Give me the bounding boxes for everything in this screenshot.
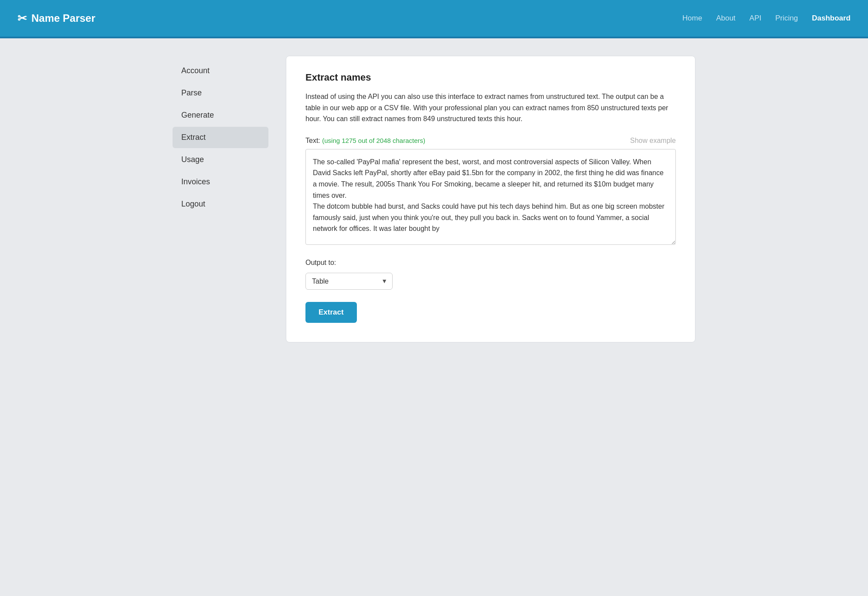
text-input[interactable] — [305, 149, 676, 245]
text-label: Text: — [305, 137, 322, 144]
sidebar-item-account[interactable]: Account — [173, 60, 268, 81]
output-label: Output to: — [305, 259, 676, 267]
text-counter: (using 1275 out of 2048 characters) — [322, 137, 425, 144]
text-label-group: Text: (using 1275 out of 2048 characters… — [305, 137, 425, 145]
nav-item-dashboard[interactable]: Dashboard — [812, 14, 851, 23]
nav-item-about[interactable]: About — [716, 14, 735, 23]
content-card: Extract names Instead of using the API y… — [286, 56, 695, 342]
nav-item-pricing[interactable]: Pricing — [775, 14, 798, 23]
sidebar-item-invoices[interactable]: Invoices — [173, 171, 268, 193]
main-layout: Account Parse Generate Extract Usage Inv… — [146, 38, 722, 360]
output-select-wrapper: Table CSV ▼ — [305, 273, 393, 290]
card-description: Instead of using the API you can also us… — [305, 91, 676, 125]
text-label-row: Text: (using 1275 out of 2048 characters… — [305, 137, 676, 145]
sidebar-item-parse[interactable]: Parse — [173, 82, 268, 104]
logo-text: Name Parser — [31, 12, 95, 24]
card-title: Extract names — [305, 72, 676, 83]
header: ✂ Name Parser Home About API Pricing Das… — [0, 0, 868, 37]
nav-item-api[interactable]: API — [749, 14, 761, 23]
sidebar: Account Parse Generate Extract Usage Inv… — [173, 56, 268, 342]
sidebar-item-usage[interactable]: Usage — [173, 149, 268, 170]
show-example-link[interactable]: Show example — [630, 137, 676, 145]
nav-item-home[interactable]: Home — [682, 14, 702, 23]
scissors-icon: ✂ — [17, 12, 27, 25]
sidebar-item-generate[interactable]: Generate — [173, 105, 268, 126]
output-select[interactable]: Table CSV — [305, 273, 393, 290]
logo[interactable]: ✂ Name Parser — [17, 12, 95, 25]
extract-button[interactable]: Extract — [305, 302, 357, 323]
sidebar-item-extract[interactable]: Extract — [173, 127, 268, 148]
main-nav: Home About API Pricing Dashboard — [682, 14, 851, 23]
sidebar-item-logout[interactable]: Logout — [173, 193, 268, 215]
